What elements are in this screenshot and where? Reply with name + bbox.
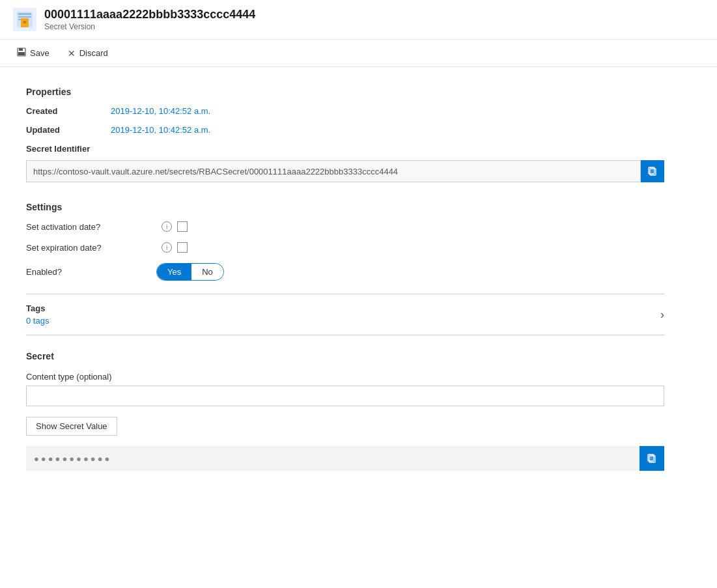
svg-rect-15	[648, 455, 654, 461]
save-icon	[17, 48, 26, 59]
page-subtitle: Secret Version	[44, 22, 255, 31]
enabled-label: Enabled?	[26, 267, 156, 277]
svg-rect-3	[18, 16, 31, 18]
updated-label: Updated	[26, 125, 111, 135]
updated-value: 2019-12-10, 10:42:52 a.m.	[111, 125, 210, 135]
toolbar: Save ✕ Discard	[0, 40, 717, 67]
secret-dots-display: ●●●●●●●●●●●	[26, 449, 640, 469]
copy-secret-icon	[647, 453, 657, 464]
secret-section: Secret Content type (optional) Show Secr…	[26, 351, 664, 471]
save-label: Save	[30, 48, 49, 58]
header-text: 00001111aaaa2222bbbb3333cccc4444 Secret …	[44, 8, 255, 31]
expiration-info-icon[interactable]: i	[162, 242, 172, 253]
close-icon: ✕	[68, 48, 76, 59]
content-type-input[interactable]	[26, 385, 664, 406]
secret-title: Secret	[26, 351, 664, 361]
content-type-label: Content type (optional)	[26, 372, 664, 382]
settings-section: Settings Set activation date? i Set expi…	[26, 202, 664, 281]
toggle-yes-button[interactable]: Yes	[157, 264, 191, 280]
properties-title: Properties	[26, 87, 664, 97]
page-title: 00001111aaaa2222bbbb3333cccc4444	[44, 8, 255, 22]
svg-rect-13	[649, 167, 654, 174]
main-content: Properties Created 2019-12-10, 10:42:52 …	[0, 67, 690, 490]
activation-info-icon[interactable]: i	[162, 221, 172, 232]
copy-icon	[647, 166, 658, 176]
activation-row: Set activation date? i	[26, 221, 664, 232]
enabled-toggle[interactable]: Yes No	[156, 263, 224, 281]
secret-identifier-input[interactable]	[26, 160, 641, 182]
show-secret-button[interactable]: Show Secret Value	[26, 417, 117, 436]
tags-section[interactable]: Tags 0 tags ›	[26, 294, 664, 335]
settings-title: Settings	[26, 202, 664, 212]
expiration-row: Set expiration date? i	[26, 242, 664, 253]
expiration-checkbox[interactable]	[177, 242, 188, 253]
discard-label: Discard	[79, 48, 108, 58]
copy-secret-button[interactable]	[640, 446, 664, 471]
svg-rect-9	[19, 48, 23, 51]
activation-checkbox[interactable]	[177, 221, 188, 232]
copy-url-button[interactable]	[641, 160, 664, 182]
activation-label: Set activation date?	[26, 222, 156, 232]
show-secret-label: Show Secret Value	[36, 421, 107, 431]
svg-rect-2	[18, 13, 31, 15]
tags-info: Tags 0 tags	[26, 303, 49, 326]
enabled-row: Enabled? Yes No	[26, 263, 664, 281]
secret-value-row: ●●●●●●●●●●●	[26, 446, 664, 471]
created-label: Created	[26, 106, 111, 116]
updated-row: Updated 2019-12-10, 10:42:52 a.m.	[26, 125, 664, 135]
expiration-label: Set expiration date?	[26, 243, 156, 253]
secret-identifier-row	[26, 160, 664, 182]
toggle-no-button[interactable]: No	[191, 264, 223, 280]
tags-count: 0 tags	[26, 316, 49, 326]
tags-chevron-icon: ›	[660, 308, 664, 322]
svg-rect-10	[18, 52, 25, 55]
secret-identifier-label: Secret Identifier	[26, 144, 664, 154]
save-button[interactable]: Save	[13, 45, 53, 61]
secret-icon	[13, 8, 36, 31]
discard-button[interactable]: ✕ Discard	[64, 46, 112, 61]
svg-point-7	[23, 21, 26, 23]
created-value: 2019-12-10, 10:42:52 a.m.	[111, 106, 210, 116]
page-header: 00001111aaaa2222bbbb3333cccc4444 Secret …	[0, 0, 717, 40]
created-row: Created 2019-12-10, 10:42:52 a.m.	[26, 106, 664, 116]
tags-title: Tags	[26, 303, 49, 313]
